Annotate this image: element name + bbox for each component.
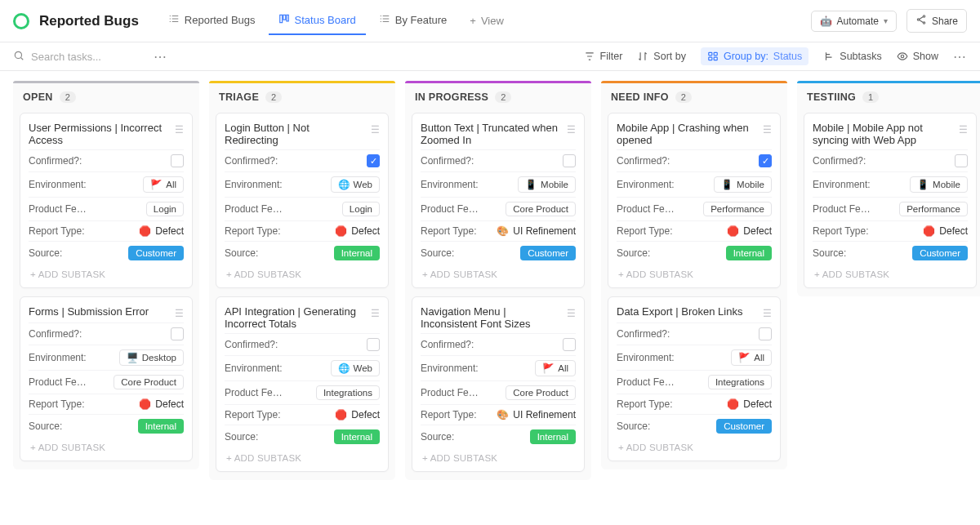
description-icon: ☰ <box>567 308 576 319</box>
view-tab-label: By Feature <box>395 14 448 26</box>
source-badge[interactable]: Internal <box>530 429 576 444</box>
svg-rect-2 <box>286 15 287 21</box>
subtasks-button[interactable]: Subtasks <box>823 51 881 62</box>
show-button[interactable]: Show <box>897 51 938 62</box>
source-badge[interactable]: Customer <box>716 419 772 434</box>
add-subtask-button[interactable]: + ADD SUBTASK <box>29 438 184 456</box>
env-emoji-icon: 🖥️ <box>127 352 138 363</box>
task-card[interactable]: Login Button | Not Redirecting☰Confirmed… <box>216 113 389 288</box>
add-subtask-button[interactable]: + ADD SUBTASK <box>617 438 772 456</box>
confirmed-checkbox[interactable] <box>171 327 184 340</box>
add-subtask-button[interactable]: + ADD SUBTASK <box>29 265 184 283</box>
search-input[interactable] <box>31 51 145 63</box>
add-view-button[interactable]: +View <box>460 7 514 35</box>
toolbar-more-icon[interactable]: ⋯ <box>953 49 967 65</box>
automate-label: Automate <box>837 16 879 27</box>
product-feature-chip[interactable]: Login <box>342 202 380 216</box>
add-subtask-button[interactable]: + ADD SUBTASK <box>421 448 576 466</box>
group-by-button[interactable]: Group by: Status <box>701 47 808 65</box>
confirmed-checkbox[interactable] <box>171 154 184 167</box>
column-open: OPEN2User Permissions | Incorrect Access… <box>13 81 199 469</box>
task-card[interactable]: Button Text | Truncated when Zoomed In☰C… <box>412 113 585 288</box>
source-badge[interactable]: Internal <box>334 429 380 444</box>
field-label: Report Type: <box>29 398 84 410</box>
filter-label: Filter <box>600 51 623 62</box>
product-feature-chip[interactable]: Login <box>146 202 184 216</box>
svg-point-3 <box>923 16 924 17</box>
column-need-info: NEED INFO2Mobile App | Crashing when ope… <box>601 81 787 469</box>
product-feature-chip[interactable]: Integrations <box>316 385 380 400</box>
environment-chip[interactable]: 📱Mobile <box>518 176 576 193</box>
field-label: Report Type: <box>421 225 476 237</box>
confirmed-checkbox[interactable]: ✓ <box>367 154 380 167</box>
environment-chip[interactable]: 📱Mobile <box>714 176 772 193</box>
confirmed-checkbox[interactable] <box>563 338 576 351</box>
source-badge[interactable]: Customer <box>912 246 968 260</box>
add-subtask-button[interactable]: + ADD SUBTASK <box>225 265 380 283</box>
sort-button[interactable]: Sort by <box>637 51 686 62</box>
field-label: Confirmed?: <box>29 328 82 340</box>
environment-chip[interactable]: 🌐Web <box>331 360 380 376</box>
product-feature-chip[interactable]: Core Product <box>114 375 184 389</box>
group-by-label: Group by: <box>724 51 768 62</box>
add-subtask-button[interactable]: + ADD SUBTASK <box>225 448 380 466</box>
add-subtask-button[interactable]: + ADD SUBTASK <box>421 265 576 283</box>
field-label: Confirmed?: <box>225 155 278 167</box>
task-card[interactable]: Mobile | Mobile App not syncing with Web… <box>804 113 977 288</box>
confirmed-checkbox[interactable] <box>367 338 380 351</box>
column-count: 2 <box>675 91 692 103</box>
share-button[interactable]: Share <box>906 9 967 33</box>
report-type-emoji-icon: 🛑 <box>923 225 935 237</box>
environment-chip[interactable]: 📱Mobile <box>910 176 968 193</box>
view-tab-by-feature[interactable]: By Feature <box>369 7 457 35</box>
product-feature-chip[interactable]: Core Product <box>506 385 576 400</box>
column-title: IN PROGRESS <box>415 91 488 103</box>
automate-button[interactable]: 🤖 Automate ▾ <box>811 11 897 32</box>
field-label: Confirmed?: <box>225 339 278 350</box>
task-card[interactable]: Mobile App | Crashing when opened☰Confir… <box>608 113 781 288</box>
field-label: Environment: <box>225 179 283 190</box>
product-feature-chip[interactable]: Performance <box>899 202 968 216</box>
view-tab-status-board[interactable]: Status Board <box>269 7 366 35</box>
search-box[interactable] <box>13 50 145 64</box>
report-type-emoji-icon: 🛑 <box>139 398 151 410</box>
environment-chip[interactable]: 🚩All <box>535 360 576 376</box>
confirmed-checkbox[interactable] <box>955 154 968 167</box>
product-feature-chip[interactable]: Integrations <box>708 375 772 389</box>
description-icon: ☰ <box>175 124 184 136</box>
confirmed-checkbox[interactable] <box>759 327 772 340</box>
kanban-board: OPEN2User Permissions | Incorrect Access… <box>0 71 980 512</box>
card-title: Mobile | Mobile App not syncing with Web… <box>813 122 954 146</box>
environment-chip[interactable]: 🌐Web <box>331 176 380 193</box>
add-subtask-button[interactable]: + ADD SUBTASK <box>813 265 968 283</box>
filter-button[interactable]: Filter <box>584 51 623 62</box>
search-more-icon[interactable]: ⋯ <box>154 49 174 65</box>
environment-chip[interactable]: 🖥️Desktop <box>119 349 184 366</box>
confirmed-checkbox[interactable]: ✓ <box>759 154 772 167</box>
view-tab-reported-bugs[interactable]: Reported Bugs <box>158 7 265 35</box>
svg-rect-10 <box>714 57 717 60</box>
source-badge[interactable]: Customer <box>520 246 576 260</box>
card-title: Login Button | Not Redirecting <box>225 122 366 146</box>
source-badge[interactable]: Customer <box>128 246 184 260</box>
column-count: 1 <box>862 91 879 103</box>
source-badge[interactable]: Internal <box>138 419 184 434</box>
task-card[interactable]: User Permissions | Incorrect Access☰Conf… <box>20 113 193 288</box>
task-card[interactable]: Data Export | Broken Links☰Confirmed?:En… <box>608 296 781 461</box>
source-badge[interactable]: Internal <box>726 246 772 260</box>
field-label: Product Fe… <box>225 387 283 398</box>
report-type-emoji-icon: 🛑 <box>727 225 739 237</box>
svg-rect-9 <box>709 57 712 60</box>
add-subtask-button[interactable]: + ADD SUBTASK <box>617 265 772 283</box>
product-feature-chip[interactable]: Core Product <box>506 202 576 216</box>
card-title: Navigation Menu | Inconsistent Font Size… <box>421 305 562 330</box>
task-card[interactable]: Navigation Menu | Inconsistent Font Size… <box>412 296 585 472</box>
task-card[interactable]: Forms | Submission Error☰Confirmed?:Envi… <box>20 296 193 461</box>
source-badge[interactable]: Internal <box>334 246 380 260</box>
confirmed-checkbox[interactable] <box>563 154 576 167</box>
view-tab-label: Reported Bugs <box>185 14 256 26</box>
product-feature-chip[interactable]: Performance <box>703 202 772 216</box>
task-card[interactable]: API Integration | Generating Incorrect T… <box>216 296 389 472</box>
environment-chip[interactable]: 🚩All <box>731 349 772 366</box>
environment-chip[interactable]: 🚩All <box>143 176 184 193</box>
